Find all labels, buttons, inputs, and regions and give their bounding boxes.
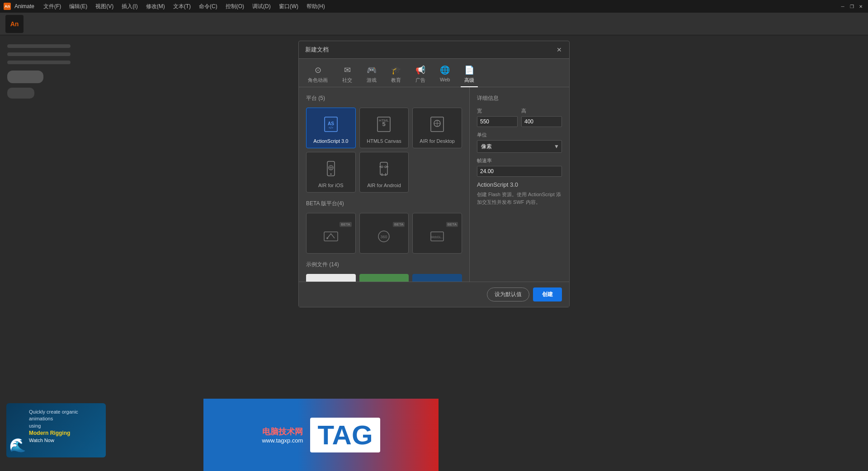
unit-label: 单位 bbox=[477, 132, 562, 138]
template-air-desktop[interactable]: AIR for Desktop bbox=[412, 108, 462, 148]
promo-banner[interactable]: 🌊 Quickly create organic animations usin… bbox=[6, 403, 106, 457]
menu-window[interactable]: 窗口(W) bbox=[275, 2, 302, 11]
doc-type-label: ActionScript 3.0 bbox=[477, 181, 562, 188]
beta-grid: BETA BETA 360 bbox=[306, 213, 462, 254]
watermark-text: 电脑技术网 www.tagxp.com bbox=[262, 426, 303, 444]
close-window-button[interactable]: ✕ bbox=[857, 3, 864, 10]
tab-social[interactable]: ✉ 社交 bbox=[339, 62, 356, 87]
education-icon: 🎓 bbox=[391, 65, 401, 75]
doc-description: 创建 Flash 资源。使用 ActionScript 添加交互性并发布 SWF… bbox=[477, 191, 562, 206]
role-animation-icon: ⊙ bbox=[315, 65, 321, 75]
width-input[interactable] bbox=[477, 116, 518, 127]
example3-thumbnail: 🔸 bbox=[412, 274, 462, 282]
tab-role-animation[interactable]: ⊙ 角色动画 bbox=[304, 62, 331, 87]
fps-label: 帧速率 bbox=[477, 157, 562, 164]
platform-section-title: 平台 (5) bbox=[306, 94, 462, 102]
beta-badge-1: BETA bbox=[340, 222, 351, 227]
create-button[interactable]: 创建 bbox=[533, 287, 562, 301]
menu-help[interactable]: 帮助(H) bbox=[303, 2, 329, 11]
tab-web-label: Web bbox=[440, 77, 450, 82]
fps-input[interactable] bbox=[477, 166, 562, 177]
actionscript-icon: AS </> bbox=[323, 116, 339, 136]
menu-edit[interactable]: 编辑(E) bbox=[66, 2, 91, 11]
svg-point-23 bbox=[326, 237, 328, 239]
promo-text: Quickly create organic animations using … bbox=[29, 409, 100, 444]
examples-grid: 🐷 Bouncing Pig 🌿 Hippo 🔸 bbox=[306, 274, 462, 282]
height-input[interactable] bbox=[521, 116, 562, 127]
animate-logo: An bbox=[5, 15, 24, 33]
beta-badge-3: BETA bbox=[446, 222, 458, 227]
tab-web[interactable]: 🌐 Web bbox=[436, 62, 453, 87]
tab-education[interactable]: 🎓 教育 bbox=[387, 62, 405, 87]
template-air-android[interactable]: AIR for Android bbox=[359, 152, 409, 193]
svg-text:</>: </> bbox=[329, 126, 333, 129]
menu-control[interactable]: 控制(O) bbox=[222, 2, 248, 11]
template-html5canvas[interactable]: 5 HTML HTML5 Canvas bbox=[359, 108, 409, 148]
tab-ad[interactable]: 📢 广告 bbox=[412, 62, 429, 87]
set-default-button[interactable]: 设为默认值 bbox=[487, 287, 529, 301]
air-android-label: AIR for Android bbox=[367, 183, 401, 188]
minimize-button[interactable]: ─ bbox=[839, 3, 846, 10]
dimension-row: 宽 高 bbox=[477, 108, 562, 127]
beta-badge-2: BETA bbox=[393, 222, 405, 227]
examples-section: 示例文件 (14) 🐷 Bouncing Pig 🌿 Hippo bbox=[306, 261, 462, 282]
example-bouncing-pig[interactable]: 🐷 Bouncing Pig bbox=[306, 274, 356, 282]
game-icon: 🎮 bbox=[367, 65, 377, 75]
tab-game[interactable]: 🎮 游戏 bbox=[363, 62, 380, 87]
template-beta2[interactable]: BETA 360 bbox=[359, 213, 409, 254]
sidebar-button-2[interactable] bbox=[7, 88, 34, 99]
air-android-icon bbox=[376, 160, 392, 180]
modal-title: 新建文档 bbox=[305, 46, 329, 54]
template-actionscript30[interactable]: AS </> ActionScript 3.0 bbox=[306, 108, 356, 148]
details-panel: 详细信息 宽 高 单位 像素 英寸 厘米 ▼ bbox=[470, 87, 569, 282]
detail-section-title: 详细信息 bbox=[477, 94, 562, 102]
example-3[interactable]: 🔸 bbox=[412, 274, 462, 282]
sidebar-bar-3 bbox=[7, 61, 71, 64]
height-label: 高 bbox=[521, 108, 562, 114]
menu-debug[interactable]: 调试(D) bbox=[249, 2, 274, 11]
template-beta1[interactable]: BETA bbox=[306, 213, 356, 254]
template-air-ios[interactable]: AIR for iOS bbox=[306, 152, 356, 193]
svg-text:WebGL...: WebGL... bbox=[430, 236, 443, 239]
menu-bar: 文件(F) 编辑(E) 视图(V) 插入(I) 修改(M) 文本(T) 命令(C… bbox=[40, 2, 329, 11]
actionscript-label: ActionScript 3.0 bbox=[313, 138, 348, 144]
menu-view[interactable]: 视图(V) bbox=[92, 2, 117, 11]
sidebar-bar-2 bbox=[7, 52, 71, 56]
unit-select[interactable]: 像素 英寸 厘米 bbox=[477, 140, 562, 153]
restore-button[interactable]: ❐ bbox=[848, 3, 855, 10]
tab-game-label: 游戏 bbox=[367, 77, 377, 84]
template-webgl[interactable]: BETA WebGL... bbox=[412, 213, 462, 254]
watermark-url: www.tagxp.com bbox=[262, 437, 303, 444]
app-icon: An bbox=[4, 3, 11, 10]
menu-modify[interactable]: 修改(M) bbox=[142, 2, 169, 11]
menu-command[interactable]: 命令(C) bbox=[195, 2, 221, 11]
modal-close-button[interactable]: ✕ bbox=[556, 46, 563, 53]
svg-point-16 bbox=[381, 166, 383, 168]
menu-insert[interactable]: 插入(I) bbox=[118, 2, 141, 11]
svg-text:HTML: HTML bbox=[379, 118, 389, 122]
toolbar: An bbox=[0, 13, 868, 35]
window-controls: ─ ❐ ✕ bbox=[839, 3, 864, 10]
seahorse-icon: 🌊 bbox=[9, 437, 26, 453]
modal-footer: 设为默认值 创建 bbox=[299, 282, 569, 307]
sidebar-button-1[interactable] bbox=[7, 71, 43, 83]
menu-text[interactable]: 文本(T) bbox=[170, 2, 194, 11]
watermark-tag: TAG bbox=[310, 418, 380, 452]
beta2-icon: 360 bbox=[376, 228, 392, 245]
watermark-overlay: 电脑技术网 www.tagxp.com TAG bbox=[203, 399, 439, 471]
webgl-icon: WebGL... bbox=[429, 228, 445, 245]
sidebar-bar-1 bbox=[7, 44, 71, 48]
example-hippo[interactable]: 🌿 Hippo bbox=[359, 274, 409, 282]
tab-advanced[interactable]: 📄 高级 bbox=[461, 62, 478, 87]
air-desktop-icon bbox=[429, 116, 445, 136]
web-icon: 🌐 bbox=[440, 65, 450, 75]
watch-now-link[interactable]: Watch Now bbox=[29, 438, 54, 443]
width-group: 宽 bbox=[477, 108, 518, 127]
air-desktop-label: AIR for Desktop bbox=[420, 138, 455, 144]
svg-text:AS: AS bbox=[328, 121, 334, 126]
tab-role-animation-label: 角色动画 bbox=[308, 77, 328, 84]
beta-section-title: BETA 版平台(4) bbox=[306, 200, 462, 207]
menu-file[interactable]: 文件(F) bbox=[40, 2, 65, 11]
app-name: Animate bbox=[14, 3, 34, 9]
tab-social-label: 社交 bbox=[342, 77, 352, 84]
